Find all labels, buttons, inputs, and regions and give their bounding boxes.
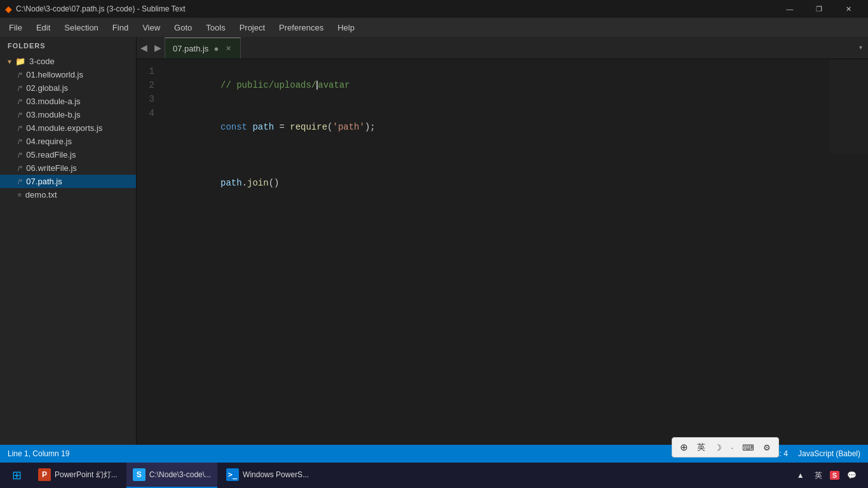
file-03-module-a[interactable]: /* 03.module-a.js (0, 95, 136, 108)
code-keyword-const: const (220, 122, 247, 132)
powerpoint-label: PowerPoint 幻灯... (55, 470, 118, 480)
maximize-button[interactable]: ❐ (804, 0, 834, 18)
tab-close-button[interactable]: ✕ (224, 44, 233, 53)
file-icon: /* (18, 125, 22, 132)
menu-find[interactable]: Find (106, 20, 135, 35)
sys-tray-notifications[interactable]: 💬 (844, 470, 859, 481)
sys-tray-chevron[interactable]: ▲ (794, 470, 807, 481)
menu-edit[interactable]: Edit (30, 20, 57, 35)
window-controls: — ❐ ✕ (775, 0, 863, 18)
file-04-require[interactable]: /* 04.require.js (0, 135, 136, 148)
tab-next-button[interactable]: ▶ (151, 37, 165, 58)
tab-bar: ◀ ▶ 07.path.js ● ✕ ▾ (137, 37, 868, 59)
title-bar: ◆ C:\Node\3-code\07.path.js (3-code) - S… (0, 0, 868, 18)
editor[interactable]: ◀ ▶ 07.path.js ● ✕ ▾ 1 2 3 4 // public/u… (137, 37, 868, 448)
ime-moon-icon[interactable]: ☽ (712, 442, 724, 454)
file-icon: /* (18, 151, 22, 159)
file-icon: ≡ (18, 191, 22, 198)
file-01-helloworld[interactable]: /* 01.helloworld.js (0, 68, 136, 81)
cursor-position: Line 1, Column 19 (8, 449, 69, 458)
code-area[interactable]: 1 2 3 4 // public/uploads/avatar const p… (137, 59, 868, 448)
tab-prev-button[interactable]: ◀ (137, 37, 151, 58)
ime-toolbar: ⊕ 英 ☽ · ⌨ ⚙ (672, 437, 779, 458)
menu-tools[interactable]: Tools (200, 20, 231, 35)
file-icon: /* (18, 111, 22, 119)
file-demo-txt[interactable]: ≡ demo.txt (0, 188, 136, 201)
line-num-1: 1 (137, 64, 154, 78)
menu-project[interactable]: Project (233, 20, 271, 35)
windows-logo-icon: ⊞ (12, 468, 22, 482)
minimize-button[interactable]: — (775, 0, 804, 18)
code-parens: () (269, 178, 280, 188)
main-area: FOLDERS ▾ 📁 3-code /* 01.helloworld.js /… (0, 37, 868, 448)
powershell-label: Windows PowerS... (243, 470, 309, 479)
file-name: 05.readFile.js (26, 150, 76, 159)
tab-dropdown-button[interactable]: ▾ (853, 37, 868, 58)
folder-name: 3-code (29, 57, 55, 66)
menu-view[interactable]: View (136, 20, 166, 35)
language-mode: JavaScript (Babel) (798, 449, 860, 458)
taskbar-powerpoint[interactable]: P PowerPoint 幻灯... (32, 463, 124, 488)
start-button[interactable]: ⊞ (4, 463, 29, 488)
code-line-3 (167, 148, 868, 162)
file-name: 03.module-b.js (26, 110, 80, 119)
code-content[interactable]: // public/uploads/avatar const path = re… (162, 59, 868, 448)
tab-07-path[interactable]: 07.path.js ● ✕ (165, 37, 241, 58)
file-name: 07.path.js (26, 177, 62, 186)
code-comment: // public/uploads/avatar (220, 80, 350, 90)
text-cursor (316, 81, 318, 90)
taskbar-sublime[interactable]: S C:\Node\3-code\... (126, 463, 217, 488)
file-icon: /* (18, 178, 22, 186)
status-left: Line 1, Column 19 (8, 449, 69, 458)
ime-english-mode[interactable]: 英 (695, 440, 708, 454)
ime-settings-icon[interactable]: ⚙ (761, 442, 773, 454)
file-name: 04.module.exports.js (26, 123, 102, 133)
file-icon: /* (18, 71, 22, 79)
minimap (830, 59, 868, 154)
file-04-module-exports[interactable]: /* 04.module.exports.js (0, 121, 136, 135)
sidebar: FOLDERS ▾ 📁 3-code /* 01.helloworld.js /… (0, 37, 137, 448)
taskbar-powershell[interactable]: >_ Windows PowerS... (220, 463, 315, 488)
code-string-path: 'path' (332, 122, 364, 132)
taskbar-right: ▲ 英 S 💬 (794, 469, 864, 482)
file-05-readfile[interactable]: /* 05.readFile.js (0, 148, 136, 161)
code-var-path2: path (220, 178, 242, 188)
folder-3-code[interactable]: ▾ 📁 3-code (0, 55, 136, 68)
file-name: 01.helloworld.js (26, 70, 83, 79)
menu-file[interactable]: File (3, 20, 29, 35)
sublime-label: C:\Node\3-code\... (149, 470, 211, 479)
file-name: 02.global.js (26, 83, 68, 93)
menu-goto[interactable]: Goto (168, 20, 198, 35)
sys-tray-s-icon[interactable]: S (830, 471, 839, 480)
menu-bar: File Edit Selection Find View Goto Tools… (0, 18, 868, 37)
file-name: 04.require.js (26, 137, 72, 146)
menu-preferences[interactable]: Preferences (273, 20, 330, 35)
app-icon: ◆ (5, 4, 12, 14)
close-button[interactable]: ✕ (834, 0, 863, 18)
file-06-writefile[interactable]: /* 06.writeFile.js (0, 161, 136, 175)
file-name: 03.module-a.js (26, 97, 80, 106)
sublime-icon: S (133, 468, 146, 481)
file-icon: /* (18, 138, 22, 146)
file-07-path[interactable]: /* 07.path.js (0, 175, 136, 188)
title-left: ◆ C:\Node\3-code\07.path.js (3-code) - S… (5, 4, 186, 14)
window-title: C:\Node\3-code\07.path.js (3-code) - Sub… (16, 4, 186, 13)
code-line-4: path.join() (167, 162, 868, 204)
line-num-2: 2 (137, 78, 154, 92)
sys-tray-lang[interactable]: 英 (812, 469, 825, 482)
ime-dot-icon[interactable]: · (728, 442, 736, 454)
file-icon: /* (18, 165, 22, 172)
ime-logo[interactable]: ⊕ (677, 440, 691, 454)
file-03-module-b[interactable]: /* 03.module-b.js (0, 108, 136, 121)
code-line-1: // public/uploads/avatar (167, 64, 868, 106)
menu-selection[interactable]: Selection (58, 20, 104, 35)
chevron-down-icon: ▾ (8, 57, 11, 66)
menu-help[interactable]: Help (331, 20, 361, 35)
file-icon: /* (18, 98, 22, 105)
file-02-global[interactable]: /* 02.global.js (0, 81, 136, 95)
ime-keyboard-icon[interactable]: ⌨ (740, 442, 757, 454)
code-dot: . (242, 178, 247, 188)
line-numbers: 1 2 3 4 (137, 59, 162, 448)
taskbar: ⊞ P PowerPoint 幻灯... S C:\Node\3-code\..… (0, 463, 868, 488)
code-func-require: require (290, 122, 327, 132)
